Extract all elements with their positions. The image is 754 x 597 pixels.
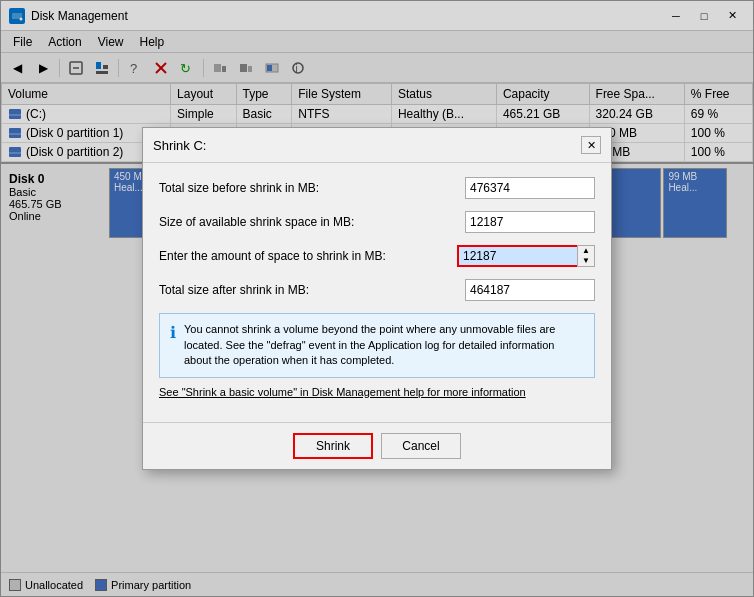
field-row-0: Total size before shrink in MB:	[159, 177, 595, 199]
field-row-2: Enter the amount of space to shrink in M…	[159, 245, 595, 267]
dialog-footer: Shrink Cancel	[143, 422, 611, 469]
shrink-amount-group: ▲ ▼	[457, 245, 595, 267]
info-box: ℹ You cannot shrink a volume beyond the …	[159, 313, 595, 377]
field-row-1: Size of available shrink space in MB:	[159, 211, 595, 233]
modal-overlay: Shrink C: ✕ Total size before shrink in …	[0, 0, 754, 597]
field-input-available[interactable]	[465, 211, 595, 233]
field-input-total-after[interactable]	[465, 279, 595, 301]
field-input-total-before[interactable]	[465, 177, 595, 199]
spinner-buttons: ▲ ▼	[577, 245, 595, 267]
field-label-3: Total size after shrink in MB:	[159, 283, 457, 297]
shrink-amount-input[interactable]	[457, 245, 577, 267]
cancel-button[interactable]: Cancel	[381, 433, 461, 459]
spinner-up-button[interactable]: ▲	[578, 246, 594, 256]
shrink-dialog: Shrink C: ✕ Total size before shrink in …	[142, 127, 612, 469]
dialog-close-button[interactable]: ✕	[581, 136, 601, 154]
field-label-0: Total size before shrink in MB:	[159, 181, 457, 195]
shrink-button[interactable]: Shrink	[293, 433, 373, 459]
spinner-down-button[interactable]: ▼	[578, 256, 594, 266]
field-row-3: Total size after shrink in MB:	[159, 279, 595, 301]
field-label-1: Size of available shrink space in MB:	[159, 215, 457, 229]
help-link[interactable]: See "Shrink a basic volume" in Disk Mana…	[159, 386, 595, 398]
dialog-title-text: Shrink C:	[153, 138, 206, 153]
info-text: You cannot shrink a volume beyond the po…	[184, 322, 584, 368]
info-icon: ℹ	[170, 322, 176, 368]
dialog-title-bar: Shrink C: ✕	[143, 128, 611, 163]
field-label-2: Enter the amount of space to shrink in M…	[159, 249, 449, 263]
dialog-body: Total size before shrink in MB: Size of …	[143, 163, 611, 417]
